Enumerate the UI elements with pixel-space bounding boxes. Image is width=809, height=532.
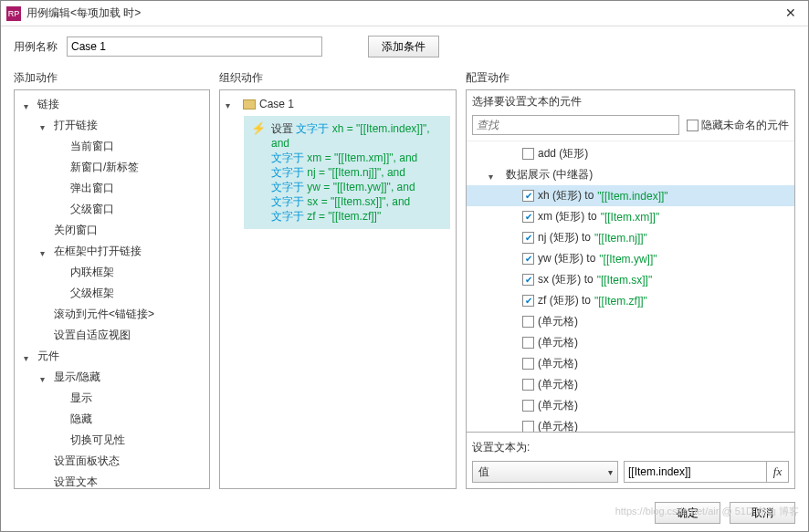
widget-label: yw (矩形) to [538, 251, 595, 266]
tree-item[interactable]: 设置自适应视图 [15, 325, 209, 346]
widget-row[interactable]: xh (矩形) to "[[Item.index]]" [467, 185, 794, 206]
widget-row[interactable]: (单元格) [467, 332, 794, 353]
tree-item-label: 父级窗口 [70, 202, 114, 217]
action-verb: 设置 [271, 122, 296, 135]
widget-row[interactable]: (单元格) [467, 395, 794, 416]
tree-item[interactable]: 内联框架 [15, 262, 209, 283]
widget-value: "[[Item.index]]" [597, 190, 667, 203]
tree-item-label: 在框架中打开链接 [54, 244, 142, 259]
add-condition-button[interactable]: 添加条件 [368, 36, 439, 57]
tree-item-label: 设置自适应视图 [54, 328, 131, 343]
widget-checkbox[interactable] [522, 190, 534, 202]
tree-item[interactable]: 父级框架 [15, 283, 209, 304]
widget-checkbox[interactable] [522, 421, 534, 432]
widget-row[interactable]: (单元格) [467, 374, 794, 395]
action-label: 文字于 [296, 122, 331, 135]
action-expr: nj = "[[Item.nj]]", and [307, 166, 405, 179]
case-name-input[interactable] [67, 37, 322, 57]
cancel-button[interactable]: 取消 [730, 502, 795, 524]
tree-item[interactable]: 设置面板状态 [15, 451, 209, 472]
tree-item[interactable]: 隐藏 [15, 409, 209, 430]
tree-item[interactable]: 元件 [15, 346, 209, 367]
tree-item[interactable]: 弹出窗口 [15, 178, 209, 199]
widget-checkbox[interactable] [522, 253, 534, 265]
configure-subtitle: 选择要设置文本的元件 [467, 90, 794, 113]
widget-row[interactable]: sx (矩形) to "[[Item.sx]]" [467, 269, 794, 290]
widget-row[interactable]: nj (矩形) to "[[Item.nj]]" [467, 227, 794, 248]
widget-checkbox[interactable] [522, 337, 534, 349]
tree-item-label: 设置面板状态 [54, 454, 120, 469]
tree-item[interactable]: 滚动到元件<锚链接> [15, 304, 209, 325]
configure-actions-panel: 选择要设置文本的元件 隐藏未命名的元件 add (矩形)数据展示 (中继器)xh… [466, 89, 795, 489]
ok-button[interactable]: 确定 [655, 502, 720, 524]
case-row[interactable]: Case 1 [220, 94, 456, 114]
tree-item[interactable]: 设置文本 [15, 472, 209, 489]
hide-unnamed-text: 隐藏未命名的元件 [701, 118, 789, 133]
action-line: 文字于 nj = "[[Item.nj]]", and [271, 165, 443, 180]
tree-item-label: 打开链接 [54, 118, 98, 133]
fx-button[interactable]: fx [766, 462, 788, 482]
widget-checkbox[interactable] [522, 379, 534, 391]
value-type-select[interactable]: 值 [472, 461, 618, 483]
tree-item-label: 滚动到元件<锚链接> [54, 307, 154, 322]
widget-row[interactable]: (单元格) [467, 416, 794, 432]
widget-checkbox[interactable] [522, 316, 534, 328]
widget-checkbox[interactable] [522, 400, 534, 412]
add-actions-label: 添加动作 [14, 67, 210, 89]
widget-label: sx (矩形) to [538, 272, 594, 287]
search-input[interactable] [472, 115, 679, 135]
widget-value: "[[Item.zf]]" [594, 295, 647, 308]
widget-label: add (矩形) [538, 146, 588, 162]
widget-label: zf (矩形) to [538, 293, 591, 308]
tree-item[interactable]: 在框架中打开链接 [15, 241, 209, 262]
widget-checkbox[interactable] [522, 232, 534, 244]
tree-item[interactable]: 打开链接 [15, 115, 209, 136]
action-block[interactable]: ⚡ 设置 文字于 xh = "[[Item.index]]", and文字于 x… [244, 116, 450, 229]
action-expr: xm = "[[Item.xm]]", and [307, 151, 417, 164]
hide-unnamed-label[interactable]: 隐藏未命名的元件 [687, 118, 789, 133]
hide-unnamed-checkbox[interactable] [687, 120, 699, 131]
action-label: 文字于 [271, 195, 307, 208]
widget-row[interactable]: (单元格) [467, 353, 794, 374]
tree-item-label: 隐藏 [70, 412, 92, 427]
tree-item-label: 内联框架 [70, 265, 114, 280]
tree-item[interactable]: 父级窗口 [15, 199, 209, 220]
caret-icon [40, 120, 51, 131]
add-actions-panel: 链接打开链接当前窗口新窗口/新标签弹出窗口父级窗口关闭窗口在框架中打开链接内联框… [14, 89, 210, 489]
widget-row[interactable]: add (矩形) [467, 143, 794, 164]
close-icon[interactable]: ✕ [779, 5, 803, 23]
widget-row[interactable]: (单元格) [467, 311, 794, 332]
action-label: 文字于 [271, 166, 307, 179]
widget-label: nj (矩形) to [538, 230, 591, 245]
tree-item[interactable]: 切换可见性 [15, 430, 209, 451]
widget-row[interactable]: 数据展示 (中继器) [467, 164, 794, 185]
widget-row[interactable]: zf (矩形) to "[[Item.zf]]" [467, 290, 794, 311]
widget-checkbox[interactable] [522, 295, 534, 307]
widget-checkbox[interactable] [522, 211, 534, 223]
bolt-icon: ⚡ [251, 121, 266, 224]
tree-item[interactable]: 链接 [15, 94, 209, 115]
tree-item-label: 显示 [70, 391, 92, 406]
tree-item-label: 设置文本 [54, 475, 98, 489]
widget-checkbox[interactable] [522, 148, 534, 160]
tree-item[interactable]: 显示 [15, 388, 209, 409]
tree-item[interactable]: 显示/隐藏 [15, 367, 209, 388]
tree-item[interactable]: 关闭窗口 [15, 220, 209, 241]
action-expr: sx = "[[Item.sx]]", and [307, 195, 410, 208]
app-icon: RP [6, 6, 21, 21]
organize-actions-label: 组织动作 [219, 67, 457, 89]
widget-row[interactable]: xm (矩形) to "[[Item.xm]]" [467, 206, 794, 227]
value-input[interactable] [624, 461, 789, 483]
widget-checkbox[interactable] [522, 358, 534, 370]
widget-value: "[[Item.nj]]" [594, 232, 647, 245]
action-label: 文字于 [271, 181, 307, 193]
tree-item[interactable]: 当前窗口 [15, 136, 209, 157]
tree-item[interactable]: 新窗口/新标签 [15, 157, 209, 178]
caret-icon [24, 351, 35, 362]
widget-label: (单元格) [538, 356, 578, 371]
caret-icon [40, 372, 51, 383]
widget-label: xm (矩形) to [538, 209, 597, 224]
action-line: 设置 文字于 xh = "[[Item.index]]", and [271, 121, 443, 151]
widget-row[interactable]: yw (矩形) to "[[Item.yw]]" [467, 248, 794, 269]
widget-checkbox[interactable] [522, 274, 534, 286]
